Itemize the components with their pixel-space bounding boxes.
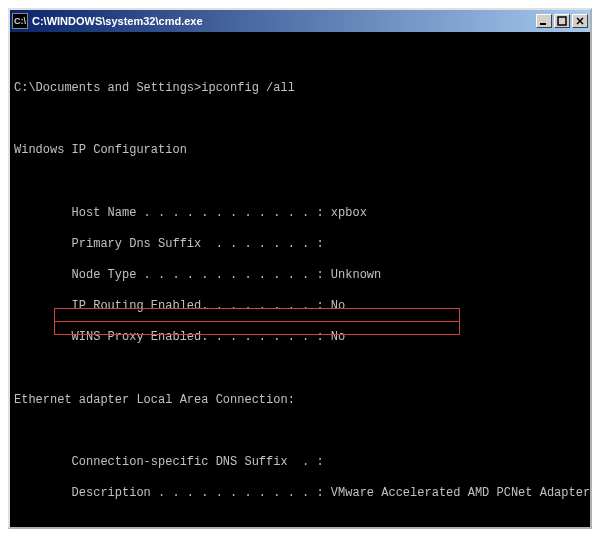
iprouting-value: No	[331, 299, 345, 313]
description-row: Description . . . . . . . . . . . : VMwa…	[14, 486, 586, 502]
conn-suffix-row: Connection-specific DNS Suffix . :	[14, 455, 586, 471]
maximize-button[interactable]	[554, 14, 570, 28]
nodetype-label: Node Type . . . . . . . . . . . . :	[14, 268, 331, 282]
description-value: VMware Accelerated AMD PCNet Adapter	[331, 486, 590, 500]
blank-line	[14, 517, 586, 527]
adapter-heading: Ethernet adapter Local Area Connection:	[14, 393, 586, 409]
close-button[interactable]	[572, 14, 588, 28]
svg-rect-0	[540, 23, 546, 25]
hostname-value: xpbox	[331, 206, 367, 220]
titlebar[interactable]: C:\ C:\WINDOWS\system32\cmd.exe	[10, 10, 590, 32]
section-heading: Windows IP Configuration	[14, 143, 586, 159]
winsproxy-row: WINS Proxy Enabled. . . . . . . . : No	[14, 330, 586, 346]
command-text: ipconfig /all	[201, 81, 295, 95]
window-buttons	[536, 14, 588, 28]
prompt: C:\Documents and Settings>	[14, 81, 201, 95]
iprouting-row: IP Routing Enabled. . . . . . . . : No	[14, 299, 586, 315]
svg-rect-1	[558, 17, 566, 25]
cmd-window: C:\ C:\WINDOWS\system32\cmd.exe C:\Docum…	[8, 8, 592, 529]
blank-line	[14, 361, 586, 377]
dns-suffix-label: Primary Dns Suffix . . . . . . . :	[14, 237, 324, 251]
nodetype-value: Unknown	[331, 268, 381, 282]
iprouting-label: IP Routing Enabled. . . . . . . . :	[14, 299, 331, 313]
hostname-label: Host Name . . . . . . . . . . . . :	[14, 206, 331, 220]
winsproxy-label: WINS Proxy Enabled. . . . . . . . :	[14, 330, 331, 344]
dns-suffix-row: Primary Dns Suffix . . . . . . . :	[14, 237, 586, 253]
blank-line	[14, 50, 586, 66]
conn-suffix-label: Connection-specific DNS Suffix . :	[14, 455, 324, 469]
blank-line	[14, 112, 586, 128]
terminal-body[interactable]: C:\Documents and Settings>ipconfig /all …	[10, 32, 590, 527]
winsproxy-value: No	[331, 330, 345, 344]
nodetype-row: Node Type . . . . . . . . . . . . : Unkn…	[14, 268, 586, 284]
minimize-button[interactable]	[536, 14, 552, 28]
blank-line	[14, 174, 586, 190]
description-label: Description . . . . . . . . . . . :	[14, 486, 331, 500]
window-title: C:\WINDOWS\system32\cmd.exe	[32, 15, 536, 27]
prompt-line: C:\Documents and Settings>ipconfig /all	[14, 81, 586, 97]
cmd-icon: C:\	[12, 13, 28, 29]
blank-line	[14, 424, 586, 440]
hostname-row: Host Name . . . . . . . . . . . . : xpbo…	[14, 206, 586, 222]
